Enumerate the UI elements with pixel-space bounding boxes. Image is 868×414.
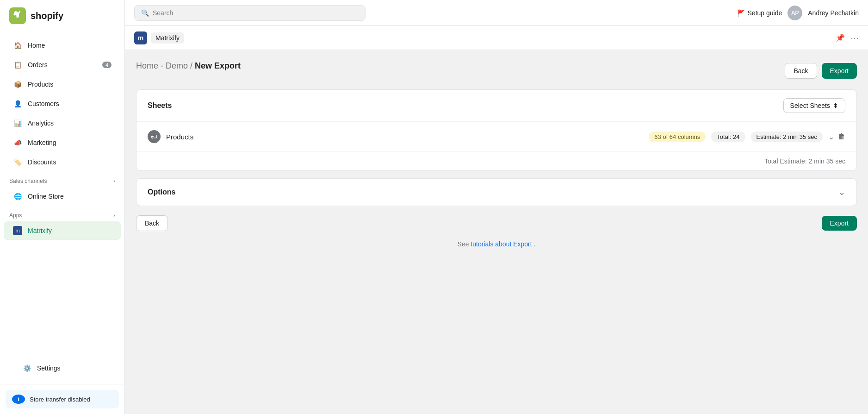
sidebar-item-marketing-label: Marketing <box>28 139 56 146</box>
sidebar-item-orders-label: Orders <box>28 61 48 69</box>
back-button-top[interactable]: Back <box>785 63 817 79</box>
products-sheet-row: 🏷 Products 63 of 64 columns Total: 24 Es… <box>136 122 856 152</box>
apps-label: Apps <box>9 212 22 219</box>
tutorials-suffix: . <box>534 240 536 248</box>
columns-badge: 63 of 64 columns <box>649 132 706 142</box>
customers-icon: 👤 <box>13 99 22 108</box>
page-header-buttons: Back Export <box>785 63 857 79</box>
settings-icon: ⚙️ <box>22 364 31 373</box>
page-header: Home - Demo / New Export Back Export <box>136 61 857 80</box>
export-button-top[interactable]: Export <box>822 63 857 79</box>
orders-badge: 4 <box>102 62 112 68</box>
sidebar-item-discounts[interactable]: 🏷️ Discounts <box>4 153 121 171</box>
flag-icon: 🚩 <box>737 9 745 17</box>
sidebar-item-analytics[interactable]: 📊 Analytics <box>4 114 121 132</box>
options-card: Options ⌄ <box>136 178 857 206</box>
sales-channels-chevron-icon: › <box>113 178 115 184</box>
setup-guide-button[interactable]: 🚩 Setup guide <box>737 9 782 17</box>
search-bar[interactable]: 🔍 <box>134 5 366 21</box>
select-sheets-button[interactable]: Select Sheets ⬍ <box>783 98 845 113</box>
total-badge: Total: 24 <box>711 132 745 142</box>
tutorials-prefix: See <box>458 240 471 248</box>
sheets-card: Sheets Select Sheets ⬍ 🏷 Products 63 of … <box>136 89 857 171</box>
orders-icon: 📋 <box>13 60 22 69</box>
sheet-name: Products <box>166 133 643 141</box>
sheet-actions: ⌄ 🗑 <box>828 132 845 141</box>
breadcrumb: Home - Demo / New Export <box>136 61 241 71</box>
sheets-card-header: Sheets Select Sheets ⬍ <box>136 90 856 122</box>
sales-channels-label: Sales channels <box>9 178 47 184</box>
sidebar-item-settings[interactable]: ⚙️ Settings <box>13 359 112 377</box>
sidebar-item-products-label: Products <box>28 81 53 88</box>
apps-chevron-icon: › <box>113 212 115 219</box>
sidebar-item-online-store-label: Online Store <box>28 193 64 200</box>
footer-actions: Back Export <box>136 215 857 231</box>
sidebar-item-orders[interactable]: 📋 Orders 4 <box>4 56 121 74</box>
settings-item[interactable]: ⚙️ Settings <box>0 352 124 384</box>
sidebar-item-analytics-label: Analytics <box>28 119 54 127</box>
main-area: 🔍 🚩 Setup guide AP Andrey Pechatkin m Ma… <box>125 0 868 414</box>
pin-icon[interactable]: 📌 <box>836 33 845 42</box>
sidebar-item-marketing[interactable]: 📣 Marketing <box>4 133 121 152</box>
sidebar-logo: shopify <box>0 0 124 31</box>
breadcrumb-home: Home <box>136 61 158 70</box>
store-transfer-banner: i Store transfer disabled <box>6 390 119 408</box>
store-transfer-label: Store transfer disabled <box>30 396 90 403</box>
sidebar-item-online-store[interactable]: 🌐 Online Store <box>4 187 121 206</box>
search-icon: 🔍 <box>141 9 149 17</box>
discounts-icon: 🏷️ <box>13 157 22 167</box>
sheets-card-title: Sheets <box>148 101 172 110</box>
online-store-icon: 🌐 <box>13 192 22 201</box>
app-name: Matrixify <box>151 32 184 44</box>
select-sheets-label: Select Sheets <box>790 102 830 109</box>
info-icon: i <box>12 395 25 404</box>
analytics-icon: 📊 <box>13 119 22 128</box>
tutorials-section: See tutorials about Export . <box>136 240 857 248</box>
sheet-delete-icon[interactable]: 🗑 <box>838 132 845 141</box>
breadcrumb-current: New Export <box>195 61 241 70</box>
estimate-badge: Estimate: 2 min 35 sec <box>751 132 823 142</box>
total-estimate-label: Total Estimate: 2 min 35 sec <box>764 157 845 165</box>
sidebar-item-home[interactable]: 🏠 Home <box>4 36 121 55</box>
sidebar-item-matrixify-label: Matrixify <box>28 227 52 234</box>
user-avatar: AP <box>787 6 802 20</box>
tutorials-link[interactable]: tutorials about Export <box>471 240 532 248</box>
products-icon: 📦 <box>13 80 22 89</box>
sidebar: shopify 🏠 Home 📋 Orders 4 📦 Products 👤 C… <box>0 0 125 414</box>
back-button-bottom[interactable]: Back <box>136 215 168 231</box>
sidebar-item-settings-label: Settings <box>37 364 61 372</box>
sidebar-item-matrixify[interactable]: m Matrixify <box>4 221 121 240</box>
more-options-icon[interactable]: ⋯ <box>850 33 859 43</box>
options-chevron-icon: ⌄ <box>838 187 845 197</box>
sidebar-footer: i Store transfer disabled <box>0 384 124 414</box>
sales-channels-section: Sales channels › <box>0 172 124 186</box>
search-input[interactable] <box>153 9 359 17</box>
product-tag-icon: 🏷 <box>148 130 161 143</box>
marketing-icon: 📣 <box>13 138 22 147</box>
sheet-expand-icon[interactable]: ⌄ <box>828 132 834 141</box>
shopify-wordmark: shopify <box>31 11 63 21</box>
setup-guide-label: Setup guide <box>748 9 782 17</box>
total-estimate: Total Estimate: 2 min 35 sec <box>136 152 856 170</box>
sidebar-item-customers-label: Customers <box>28 100 59 107</box>
sidebar-item-discounts-label: Discounts <box>28 158 56 166</box>
breadcrumb-demo: Demo <box>166 61 188 70</box>
app-header-actions: 📌 ⋯ <box>836 33 859 43</box>
apps-section: Apps › <box>0 207 124 220</box>
sidebar-nav: 🏠 Home 📋 Orders 4 📦 Products 👤 Customers… <box>0 31 124 352</box>
app-icon: m <box>134 31 147 44</box>
breadcrumb-sep1: - <box>161 61 166 70</box>
topbar: 🔍 🚩 Setup guide AP Andrey Pechatkin <box>125 0 868 26</box>
sidebar-item-products[interactable]: 📦 Products <box>4 75 121 94</box>
app-header: m Matrixify 📌 ⋯ <box>125 26 868 50</box>
user-name: Andrey Pechatkin <box>808 9 859 17</box>
export-button-bottom[interactable]: Export <box>822 216 857 231</box>
page-content: Home - Demo / New Export Back Export She… <box>125 50 868 414</box>
sidebar-item-home-label: Home <box>28 42 45 49</box>
app-brand: m Matrixify <box>134 31 184 44</box>
options-card-header[interactable]: Options ⌄ <box>136 179 856 206</box>
home-icon: 🏠 <box>13 41 22 50</box>
matrixify-icon: m <box>13 226 22 235</box>
topbar-actions: 🚩 Setup guide AP Andrey Pechatkin <box>737 6 859 20</box>
sidebar-item-customers[interactable]: 👤 Customers <box>4 94 121 113</box>
